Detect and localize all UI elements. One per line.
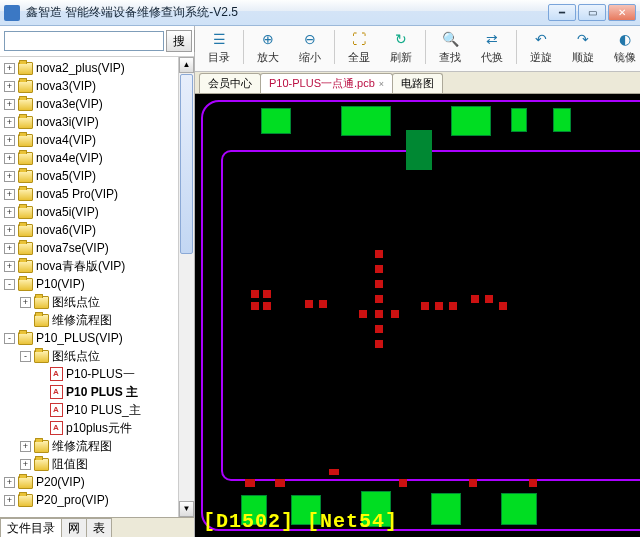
expand-icon[interactable]: + [20,459,31,470]
toolbar-ccw-button[interactable]: ↶逆旋 [521,28,561,66]
toolbar-zoomin-button[interactable]: ⊕放大 [248,28,288,66]
tree-node[interactable]: +nova5 Pro(VIP) [4,185,194,203]
tree-node[interactable]: +维修流程图 [20,437,194,455]
minimize-button[interactable]: ━ [548,4,576,21]
folder-icon [18,242,33,255]
folder-icon [18,62,33,75]
tree-label: nova3e(VIP) [36,97,103,111]
close-button[interactable]: ✕ [608,4,636,21]
tree-node[interactable]: P10 PLUS 主 [36,383,194,401]
folder-icon [34,296,49,309]
toolbar-separator [243,30,244,64]
app-icon [4,5,20,21]
toolbar-label: 刷新 [390,50,412,65]
tree-node[interactable]: +nova3e(VIP) [4,95,194,113]
pcb-viewer[interactable]: 头 头条@迅维手机快修 [D1502] [Net54] [195,94,640,537]
tree-node[interactable]: +nova6(VIP) [4,221,194,239]
toolbar-zoomout-button[interactable]: ⊖缩小 [290,28,330,66]
maximize-button[interactable]: ▭ [578,4,606,21]
tree-node[interactable]: +nova3i(VIP) [4,113,194,131]
status-ref: [D1502] [203,510,294,533]
expand-icon[interactable]: + [4,135,15,146]
tree-label: nova7se(VIP) [36,241,109,255]
tree-node[interactable]: +P20(VIP) [4,473,194,491]
toolbar-fit-button[interactable]: ⛶全显 [339,28,379,66]
expand-icon[interactable]: + [20,441,31,452]
zoomout-icon: ⊖ [300,29,320,49]
tree-node[interactable]: P10 PLUS_主 [36,401,194,419]
expand-icon[interactable]: + [4,171,15,182]
expand-icon[interactable]: + [4,153,15,164]
tree-node[interactable]: +P20_pro(VIP) [4,491,194,509]
collapse-icon[interactable]: - [20,351,31,362]
tree-node[interactable]: +图纸点位 [20,293,194,311]
bottom-tab-net[interactable]: 网 [61,518,87,537]
toolbar-list-button[interactable]: ☰目录 [199,28,239,66]
folder-icon [34,350,49,363]
spacer [36,423,47,434]
status-overlay: [D1502] [Net54] [203,510,398,533]
toolbar-code-button[interactable]: ⇄代换 [472,28,512,66]
refresh-icon: ↻ [391,29,411,49]
tree-node[interactable]: -P10(VIP) [4,275,194,293]
tree-node[interactable]: +nova4e(VIP) [4,149,194,167]
bottom-tab-files[interactable]: 文件目录 [0,518,62,537]
document-tab[interactable]: 电路图 [392,73,443,93]
tree-view[interactable]: +nova2_plus(VIP)+nova3(VIP)+nova3e(VIP)+… [0,57,194,517]
expand-icon[interactable]: + [4,261,15,272]
toolbar-label: 镜像 [614,50,636,65]
expand-icon[interactable]: + [4,225,15,236]
bottom-tab-sheet[interactable]: 表 [86,518,112,537]
toolbar-label: 全显 [348,50,370,65]
toolbar-mirror-button[interactable]: ◐镜像 [605,28,640,66]
expand-icon[interactable]: + [4,99,15,110]
tree-label: P10 PLUS_主 [66,402,141,419]
expand-icon[interactable]: + [4,63,15,74]
tree-node[interactable]: +阻值图 [20,455,194,473]
tree-node[interactable]: +nova2_plus(VIP) [4,59,194,77]
tree-node[interactable]: -P10_PLUS(VIP) [4,329,194,347]
zoomin-icon: ⊕ [258,29,278,49]
document-tab[interactable]: P10-PLUS一点通.pcb× [260,73,393,93]
expand-icon[interactable]: + [4,207,15,218]
expand-icon[interactable]: + [4,243,15,254]
search-button-1[interactable]: 搜 [166,30,192,52]
toolbar-separator [334,30,335,64]
collapse-icon[interactable]: - [4,279,15,290]
tab-close-icon[interactable]: × [379,79,384,89]
status-net: [Net54] [307,510,398,533]
folder-icon [34,440,49,453]
scroll-thumb[interactable] [180,74,193,254]
folder-icon [18,224,33,237]
expand-icon[interactable]: + [4,477,15,488]
tree-node[interactable]: +nova7se(VIP) [4,239,194,257]
scroll-up-icon[interactable]: ▲ [179,57,194,73]
folder-icon [18,476,33,489]
tree-node[interactable]: P10-PLUS一 [36,365,194,383]
tree-scrollbar[interactable]: ▲ ▼ [178,57,194,517]
toolbar-cw-button[interactable]: ↷顺旋 [563,28,603,66]
tree-node[interactable]: +nova4(VIP) [4,131,194,149]
toolbar-refresh-button[interactable]: ↻刷新 [381,28,421,66]
expand-icon[interactable]: + [4,117,15,128]
expand-icon[interactable]: + [4,495,15,506]
tree-node[interactable]: +nova5(VIP) [4,167,194,185]
tree-node[interactable]: 维修流程图 [20,311,194,329]
expand-icon[interactable]: + [4,189,15,200]
tree-node[interactable]: +nova3(VIP) [4,77,194,95]
folder-icon [18,170,33,183]
tree-node[interactable]: +nova5i(VIP) [4,203,194,221]
pcb-canvas[interactable] [201,100,640,531]
toolbar-find-button[interactable]: 🔍查找 [430,28,470,66]
tree-node[interactable]: p10plus元件 [36,419,194,437]
tree-label: P10_PLUS(VIP) [36,331,123,345]
scroll-down-icon[interactable]: ▼ [179,501,194,517]
expand-icon[interactable]: + [20,297,31,308]
tree-node[interactable]: +nova青春版(VIP) [4,257,194,275]
tree-node[interactable]: -图纸点位 [20,347,194,365]
document-tab[interactable]: 会员中心 [199,73,261,93]
list-icon: ☰ [209,29,229,49]
search-input[interactable] [4,31,164,51]
collapse-icon[interactable]: - [4,333,15,344]
expand-icon[interactable]: + [4,81,15,92]
